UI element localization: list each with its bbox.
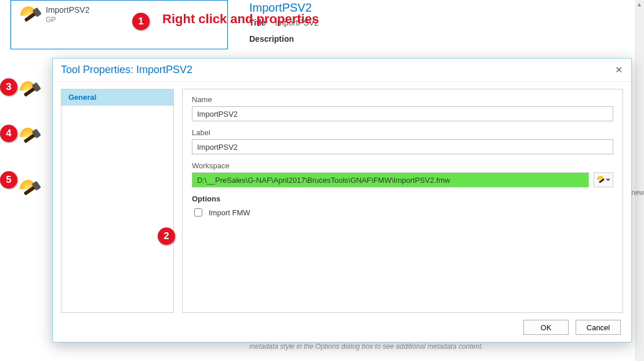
- import-fmw-checkbox[interactable]: [194, 208, 202, 216]
- name-input[interactable]: [192, 106, 613, 121]
- background-footer-text: metadata style in the Options dialog box…: [249, 342, 483, 351]
- workspace-input[interactable]: [192, 172, 589, 187]
- dialog-title: Tool Properties: ImportPSV2: [61, 64, 192, 76]
- badge-5: 5: [0, 171, 17, 189]
- vertical-scrollbar[interactable]: ▲: [635, 0, 644, 361]
- tool-icon: [17, 80, 38, 101]
- ok-button[interactable]: OK: [523, 320, 569, 335]
- workspace-picker-button[interactable]: [594, 172, 613, 187]
- info-description-label: Description: [249, 34, 632, 44]
- catalog-item-subtitle: GP: [46, 16, 89, 24]
- dialog-form-pane: Name Label Workspace: [182, 89, 623, 313]
- label-label: Label: [192, 128, 613, 137]
- dialog-titlebar[interactable]: Tool Properties: ImportPSV2 ✕: [53, 59, 631, 82]
- dialog-nav-pane: General: [61, 89, 174, 313]
- label-input[interactable]: [192, 139, 613, 154]
- name-label: Name: [192, 95, 613, 104]
- catalog-item-title: ImportPSV2: [46, 5, 89, 15]
- tool-icon: [17, 127, 38, 147]
- badge-1: 1: [132, 13, 150, 30]
- dialog-footer: OK Cancel: [53, 313, 631, 342]
- workspace-label: Workspace: [192, 161, 613, 170]
- chevron-down-icon: [606, 179, 610, 181]
- truncated-text: new: [631, 189, 644, 197]
- badge-2: 2: [158, 228, 175, 245]
- nav-item-general[interactable]: General: [61, 89, 173, 106]
- tool-icon: [596, 176, 605, 184]
- import-fmw-label: Import FMW: [209, 208, 250, 217]
- tool-properties-dialog: Tool Properties: ImportPSV2 ✕ General Na…: [52, 58, 632, 342]
- tool-icon: [17, 179, 38, 200]
- tool-icon: [18, 5, 39, 26]
- options-heading: Options: [192, 194, 613, 203]
- cancel-button[interactable]: Cancel: [576, 320, 621, 335]
- scroll-up-icon[interactable]: ▲: [636, 1, 643, 8]
- close-button[interactable]: ✕: [612, 63, 625, 77]
- annotation-text: Right click and properties: [162, 12, 319, 27]
- badge-3: 3: [0, 78, 17, 96]
- badge-4: 4: [0, 125, 17, 142]
- import-fmw-row[interactable]: Import FMW: [192, 207, 613, 218]
